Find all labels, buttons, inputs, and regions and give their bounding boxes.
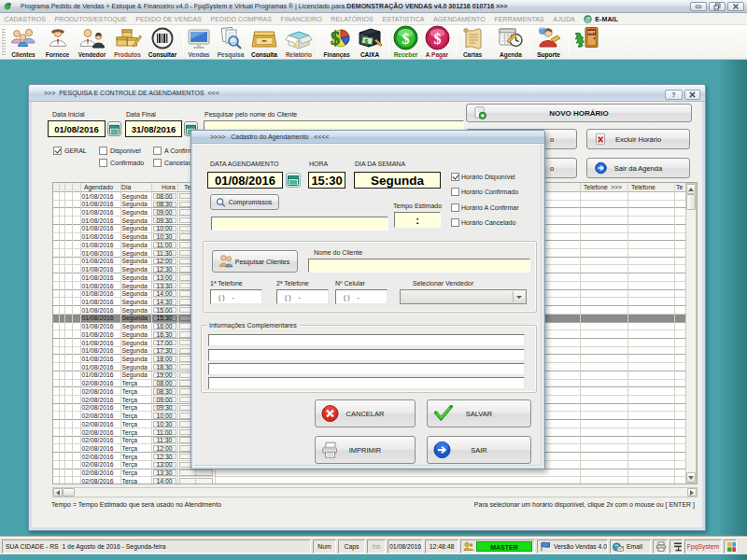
hora-field[interactable]: 15:30	[308, 172, 345, 189]
cell-hora: 12:30	[153, 454, 176, 460]
scroll-down-button[interactable]	[686, 472, 696, 483]
window-close-button[interactable]	[684, 90, 700, 100]
status-segment-printer[interactable]	[653, 539, 668, 553]
toolbar-button-vendas[interactable]: Vendas	[185, 27, 213, 58]
info-input-4[interactable]	[208, 377, 525, 389]
dialog-checkbox-hor-rio-confirmado[interactable]	[451, 188, 459, 196]
grid-horizontal-scrollbar[interactable]	[52, 487, 698, 497]
toolbar-button-receber[interactable]: $ Receber	[391, 27, 420, 58]
status-segment-text: 12:48:48	[430, 543, 454, 550]
window-help-button[interactable]: ?	[665, 90, 683, 100]
dialog-titlebar[interactable]: >>>> Cadastro do Agendamento <<<<	[191, 131, 544, 144]
pesquisar-clientes-button[interactable]: Pesquisar Clientes	[212, 250, 298, 273]
grid-column-header[interactable]: Dia	[121, 184, 131, 190]
info-input-2[interactable]	[208, 349, 525, 361]
grid-column-header[interactable]: Agendado	[84, 184, 113, 190]
toolbar-button-pesquisa[interactable]: Pesquisa	[215, 27, 247, 58]
data-final-field[interactable]: 31/08/2016	[125, 120, 182, 137]
imprimir-button[interactable]: IMPRIMIR	[315, 436, 416, 464]
cell-dia: Segunda	[122, 290, 148, 297]
toolbar-button-finan-as[interactable]: $ Finanças	[321, 27, 352, 58]
scroll-right-button[interactable]	[687, 488, 697, 497]
dialog-checkbox-hor-rio-cancelado[interactable]	[451, 218, 459, 227]
toolbar-button-consulta[interactable]: Consulta	[247, 27, 281, 58]
toolbar-button-produtos[interactable]: Produtos	[112, 27, 143, 58]
tempo-estimado-input[interactable]: :	[394, 212, 441, 228]
sair-button[interactable]: SAIR	[427, 436, 531, 464]
status-segment-email[interactable]: Email	[610, 539, 651, 553]
toolbar-button-fornece[interactable]: Fornece	[42, 27, 73, 58]
grid-row[interactable]: 02/08/2016Terça14:00:	[53, 477, 687, 484]
cell-dia: Segunda	[122, 250, 148, 257]
data-inicial-calendar-button[interactable]	[107, 121, 121, 136]
info-input-1[interactable]	[208, 334, 525, 346]
status-segment-date: 01/08/2016	[388, 539, 423, 553]
toolbar-label: CAIXA	[355, 51, 385, 58]
compromisso-input[interactable]	[211, 217, 388, 231]
toolbar-button-caixa[interactable]: $ CAIXA	[355, 27, 385, 58]
cell-dia: Segunda	[122, 299, 148, 305]
menu-item-produtos-estoque[interactable]: PRODUTOS/ESTOQUE	[54, 16, 126, 22]
filter-checkbox-cancelado[interactable]	[153, 159, 162, 167]
grid-column-header[interactable]: Telefone	[631, 184, 655, 190]
combo-dropdown-button[interactable]	[513, 291, 525, 302]
toolbar-button-cartas[interactable]: Cartas	[458, 27, 486, 58]
grid-row[interactable]: 02/08/2016Terça13:30:	[53, 469, 687, 478]
grid-vertical-scrollbar[interactable]	[685, 183, 697, 483]
novo-horario-button[interactable]: NOVO HORÁRIO	[466, 104, 692, 122]
menu-item-ferramentas[interactable]: FERRAMENTAS	[494, 16, 543, 22]
menu-item-pedido-de-vendas[interactable]: PEDIDO DE VENDAS	[135, 16, 202, 22]
salvar-button[interactable]: SALVAR	[427, 399, 531, 427]
tel2-input[interactable]: ( ) -	[276, 289, 329, 304]
vendedor-select[interactable]	[400, 289, 527, 304]
nome-cliente-input[interactable]	[308, 259, 530, 273]
agenda-window-titlebar[interactable]: >>> PESQUISA E CONTROLE DE AGENDAMENTOS …	[29, 85, 705, 102]
minimize-button[interactable]	[690, 2, 707, 11]
filter-checkbox-dispon-vel[interactable]	[99, 147, 107, 155]
cell-hora: 18:00	[153, 356, 176, 362]
compromissos-button[interactable]: Compromissos	[210, 194, 279, 210]
menu-item-email[interactable]: @ E-MAIL	[584, 15, 618, 23]
info-input-3[interactable]	[208, 363, 525, 375]
tel1-input[interactable]: ( ) -	[210, 289, 262, 304]
celular-input[interactable]: ( ) -	[335, 289, 388, 304]
menu-item-ajuda[interactable]: AJUDA	[553, 16, 574, 22]
dialog-calendar-button[interactable]	[286, 173, 301, 188]
dialog-checkbox-hor-rio-a-confirmar[interactable]	[451, 203, 459, 212]
data-agendamento-field[interactable]: 01/08/2016	[207, 172, 283, 189]
filter-checkbox-a-confirmar[interactable]	[153, 147, 162, 155]
menu-item-financeiro[interactable]: FINANCEIRO	[281, 16, 322, 22]
sair-agenda-button[interactable]: Sair da Agenda	[586, 158, 690, 178]
dia-semana-field[interactable]: Segunda	[354, 172, 441, 189]
filter-checkbox-confirmado[interactable]	[99, 159, 107, 167]
toolbar-button-clientes[interactable]: Clientes	[7, 27, 39, 58]
scroll-left-button[interactable]	[53, 488, 63, 497]
hscroll-thumb[interactable]	[63, 488, 75, 497]
toolbar-button-suporte[interactable]: Suporte	[533, 27, 564, 58]
toolbar-button-vendedor[interactable]: Vendedor	[76, 27, 108, 58]
toolbar-button-a-pagar[interactable]: $ A Pagar	[422, 27, 452, 58]
status-segment-fpqsystem[interactable]: FpqSystem	[684, 539, 722, 553]
menu-item-pedido-compras[interactable]: PEDIDO COMPRAS	[211, 16, 273, 22]
toolbar-button-agenda[interactable]: Agenda	[496, 27, 526, 58]
close-button[interactable]	[727, 2, 744, 11]
scroll-up-button[interactable]	[686, 184, 696, 194]
dialog-checkbox-hor-rio-dispon-vel[interactable]	[451, 173, 459, 181]
grid-column-header[interactable]: Te	[676, 184, 683, 190]
excluir-horario-button[interactable]: Excluir Horário	[586, 129, 690, 149]
cell-agendado: 01/08/2016	[82, 233, 114, 240]
restore-button[interactable]	[709, 2, 726, 11]
cancelar-button[interactable]: CANCELAR	[315, 399, 416, 427]
toolbar-button-exit[interactable]: EXIT	[571, 27, 603, 58]
filter-checkbox-geral[interactable]	[53, 147, 62, 155]
toolbar-button-relat-rio[interactable]: Relatório	[282, 27, 316, 58]
toolbar-button-consultar[interactable]: Consultar	[145, 27, 180, 58]
menu-item-agendamento[interactable]: AGENDAMENTO	[433, 16, 486, 22]
grid-column-header[interactable]: Hora	[162, 184, 176, 190]
menu-item-estatistica[interactable]: ESTATISTICA	[382, 16, 424, 22]
menu-item-relat-rios[interactable]: RELATÓRIOS	[331, 16, 374, 22]
scroll-thumb[interactable]	[686, 194, 696, 210]
data-inicial-field[interactable]: 01/08/2016	[48, 120, 106, 137]
menu-item-cadastros[interactable]: CADASTROS	[5, 16, 46, 22]
grid-column-header[interactable]: Telefone >>>	[584, 184, 622, 190]
